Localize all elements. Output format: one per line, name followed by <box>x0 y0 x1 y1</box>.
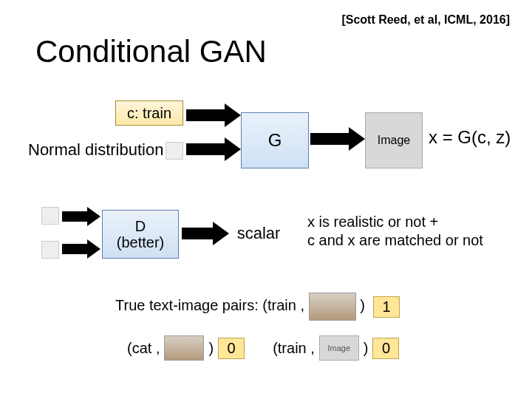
close-paren-2: ) <box>364 340 369 357</box>
close-paren-1: ) <box>208 340 214 357</box>
score-cat-pair: 0 <box>218 338 245 359</box>
condition-box: c: train <box>115 100 183 126</box>
citation-text: [Scott Reed, et al, ICML, 2016] <box>341 13 510 27</box>
cat-pair-image-thumb <box>164 335 204 361</box>
slide-title: Conditional GAN <box>35 34 267 69</box>
generated-image-box: Image <box>365 112 423 168</box>
noise-thumb <box>166 142 183 160</box>
discriminator-description: x is realistic or not + c and x are matc… <box>307 213 483 250</box>
desc-line-1: x is realistic or not + <box>307 213 483 231</box>
fake-image-thumb: Image <box>319 335 359 361</box>
train-pair-label: (train , <box>273 340 315 357</box>
scalar-output: scalar <box>229 219 288 248</box>
d-sublabel: (better) <box>117 234 164 250</box>
false-pairs-row: (cat , ) 0 (train , Image ) 0 <box>127 335 399 361</box>
true-pairs-row: True text-image pairs: (train , ) 1 <box>115 293 400 321</box>
normal-distribution-label: Normal distribution <box>28 140 163 160</box>
train-image-thumb <box>309 293 356 321</box>
cat-pair-label: (cat , <box>127 340 160 357</box>
desc-line-2: c and x are matched or not <box>307 231 483 250</box>
generator-box: G <box>241 112 309 168</box>
score-fake-pair: 0 <box>372 338 399 359</box>
d-label: D <box>135 218 146 234</box>
true-pairs-suffix: ) <box>360 297 365 313</box>
generator-equation: x = G(c, z) <box>429 127 511 148</box>
d-input-thumb-1 <box>41 207 59 225</box>
true-pairs-prefix: True text-image pairs: (train , <box>115 297 304 313</box>
discriminator-box: D (better) <box>102 210 179 259</box>
score-true-pair: 1 <box>373 296 400 318</box>
d-input-thumb-2 <box>41 241 59 259</box>
